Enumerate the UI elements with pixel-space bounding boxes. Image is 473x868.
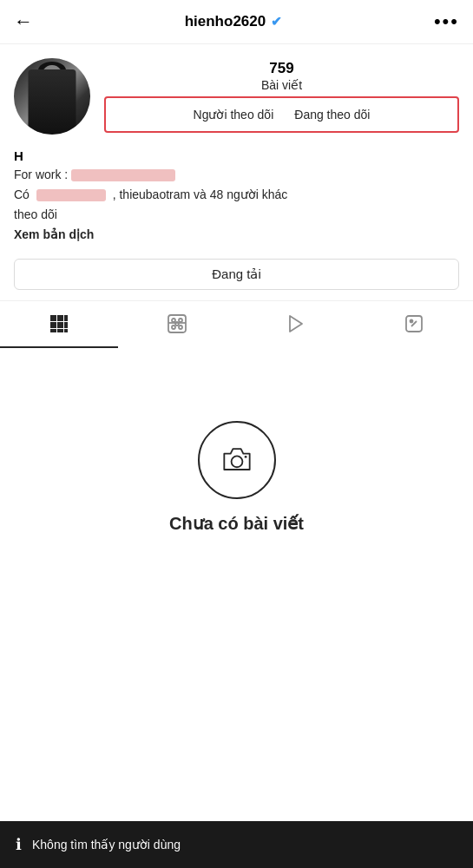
svg-rect-6 <box>50 329 56 332</box>
svg-rect-1 <box>57 315 63 321</box>
bio-follows-suffix2: theo dõi <box>14 207 57 221</box>
tab-reels[interactable] <box>118 305 236 348</box>
header: ← hienho2620 ✔ ••• <box>0 0 473 44</box>
svg-rect-0 <box>50 315 56 321</box>
avatar <box>14 58 90 135</box>
tagged-icon <box>404 313 424 339</box>
svg-point-11 <box>179 319 182 322</box>
bio-translate-link[interactable]: Xem bản dịch <box>14 227 459 241</box>
toast-icon: ℹ <box>16 835 22 854</box>
avatar-image <box>14 58 90 135</box>
svg-point-10 <box>172 319 175 322</box>
toast-message: Không tìm thấy người dùng <box>32 838 181 852</box>
bio-followers-line: Có , thieubaotram và 48 người khác <box>14 186 459 204</box>
posts-count-number: 759 <box>104 60 459 77</box>
svg-rect-7 <box>57 329 63 332</box>
play-icon <box>286 313 306 339</box>
verified-icon: ✔ <box>271 14 282 30</box>
svg-point-14 <box>179 326 182 329</box>
svg-point-20 <box>244 456 246 458</box>
action-section: Đang tải <box>0 252 473 300</box>
bio-name: H <box>14 148 459 163</box>
svg-rect-4 <box>57 322 63 328</box>
followers-following-box: Người theo dõi Đang theo dõi <box>104 96 459 133</box>
loading-button[interactable]: Đang tải <box>14 259 459 290</box>
back-button[interactable]: ← <box>14 10 33 33</box>
bio-work-redacted <box>71 169 175 181</box>
svg-rect-9 <box>168 315 186 332</box>
empty-state-text: Chưa có bài viết <box>169 513 304 534</box>
empty-state: Chưa có bài viết <box>0 352 473 569</box>
bio-followers-prefix: Có <box>14 187 30 201</box>
svg-point-13 <box>172 326 175 329</box>
bio-followers-suffix: , thieubaotram và 48 người khác <box>113 187 288 201</box>
bio-followers-redacted <box>36 189 106 201</box>
more-options-button[interactable]: ••• <box>434 10 459 33</box>
posts-count-label: Bài viết <box>261 78 302 92</box>
profile-section: 759 Bài viết Người theo dõi Đang theo dõ… <box>0 44 473 141</box>
followers-label: Người theo dõi <box>194 108 274 122</box>
svg-point-18 <box>410 320 412 323</box>
svg-marker-16 <box>290 316 302 332</box>
tab-tagged[interactable] <box>355 305 473 348</box>
svg-rect-2 <box>64 315 68 321</box>
svg-rect-3 <box>50 322 56 328</box>
toast-notification: ℹ Không tìm thấy người dùng <box>0 821 473 868</box>
tab-video[interactable] <box>237 305 355 348</box>
followers-item[interactable]: Người theo dõi <box>194 107 274 122</box>
bio-work-prefix: For work : <box>14 168 68 181</box>
grid-icon <box>49 313 69 339</box>
svg-rect-8 <box>64 329 68 332</box>
following-item[interactable]: Đang theo dõi <box>294 107 370 122</box>
bio-section: H For work : Có , thieubaotram và 48 ngư… <box>0 141 473 252</box>
bio-work-line: For work : <box>14 166 459 184</box>
camera-circle <box>198 421 276 499</box>
svg-point-19 <box>231 456 242 467</box>
reels-icon <box>167 313 187 339</box>
svg-rect-5 <box>64 322 68 328</box>
username-container: hienho2620 ✔ <box>185 13 283 30</box>
profile-top-row: 759 Bài viết Người theo dõi Đang theo dõ… <box>14 58 459 135</box>
camera-icon <box>218 441 256 479</box>
stats-followers-box: 759 Bài viết Người theo dõi Đang theo dõ… <box>104 60 459 133</box>
tabs-section <box>0 300 473 352</box>
bio-follows-line: theo dõi <box>14 206 459 224</box>
posts-count-row: 759 Bài viết <box>104 60 459 93</box>
following-label: Đang theo dõi <box>294 108 370 122</box>
tab-grid[interactable] <box>0 305 118 348</box>
username-text: hienho2620 <box>185 13 266 30</box>
